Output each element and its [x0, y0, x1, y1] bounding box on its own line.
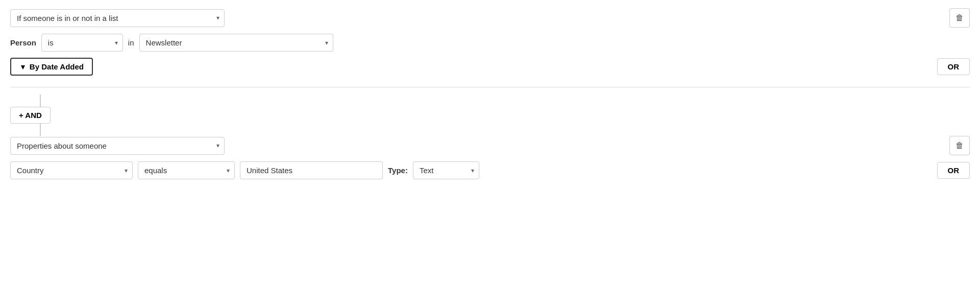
connector-line-bottom	[40, 124, 41, 136]
country-select[interactable]: Country	[10, 161, 133, 179]
is-select-wrapper: is ▾	[41, 34, 123, 52]
trash-icon-2: 🗑	[955, 141, 964, 150]
filter-icon: ▼	[19, 63, 27, 71]
section-divider	[10, 87, 970, 87]
equals-select[interactable]: equals	[138, 161, 235, 179]
condition-section-1: If someone is in or not in a list ▾ 🗑 Pe…	[10, 8, 970, 84]
condition2-delete-button[interactable]: 🗑	[949, 136, 970, 155]
newsletter-select-wrapper: Newsletter ▾	[139, 34, 333, 52]
main-condition-select[interactable]: If someone is in or not in a list	[10, 9, 225, 27]
country-select-wrapper: Country ▾	[10, 161, 133, 179]
by-date-added-button[interactable]: ▼ By Date Added	[10, 58, 93, 76]
condition1-person-row: Person is ▾ in Newsletter ▾	[10, 34, 970, 52]
condition1-delete-button[interactable]: 🗑	[949, 8, 970, 28]
filter-btn-label: By Date Added	[30, 62, 84, 71]
type-label: Type:	[388, 166, 408, 175]
condition2-or-button[interactable]: OR	[937, 162, 970, 179]
trash-icon-1: 🗑	[955, 13, 964, 22]
is-select[interactable]: is	[41, 34, 123, 52]
value-input[interactable]	[240, 161, 383, 179]
connector-line-top	[40, 95, 41, 107]
newsletter-select[interactable]: Newsletter	[139, 34, 333, 52]
condition2-or-label: OR	[948, 166, 960, 175]
equals-select-wrapper: equals ▾	[138, 161, 235, 179]
condition1-or-label: OR	[948, 62, 960, 71]
and-button[interactable]: + AND	[10, 107, 51, 124]
in-label: in	[128, 38, 134, 47]
condition2-detail-row: Country ▾ equals ▾ Type: Text ▾ OR	[10, 161, 970, 179]
condition1-main-row: If someone is in or not in a list ▾ 🗑	[10, 8, 970, 28]
condition2-main-row: Properties about someone ▾ 🗑	[10, 136, 970, 155]
condition1-or-button[interactable]: OR	[937, 58, 970, 75]
main-condition-select-wrapper: If someone is in or not in a list ▾	[10, 9, 225, 27]
properties-select[interactable]: Properties about someone	[10, 137, 225, 155]
and-button-label: + AND	[19, 111, 42, 120]
properties-select-wrapper: Properties about someone ▾	[10, 137, 225, 155]
type-select[interactable]: Text	[413, 161, 479, 179]
condition1-filter-row: ▼ By Date Added OR	[10, 58, 970, 76]
person-label: Person	[10, 38, 36, 47]
condition-section-2: Properties about someone ▾ 🗑 Country ▾ e…	[10, 136, 970, 179]
and-connector-area: + AND	[10, 95, 970, 136]
type-select-wrapper: Text ▾	[413, 161, 479, 179]
